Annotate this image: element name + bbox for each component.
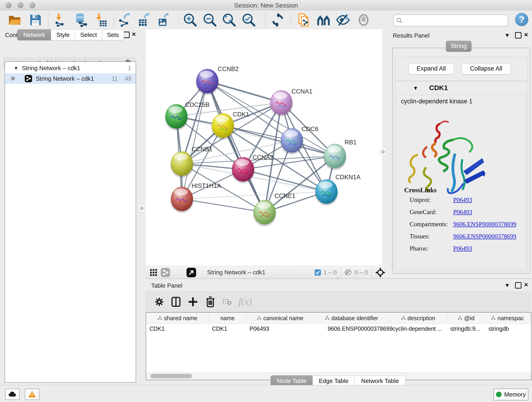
- table-cell[interactable]: cyclin-dependent ...: [389, 324, 447, 334]
- save-session-icon[interactable]: [29, 13, 42, 27]
- memory-button[interactable]: Memory: [494, 389, 528, 400]
- open-in-window-icon[interactable]: [186, 268, 196, 277]
- hidden-eye-icon[interactable]: [344, 269, 352, 276]
- column-header-description[interactable]: description: [389, 313, 447, 324]
- node-label: RB1: [345, 139, 357, 146]
- network-node-CCNE1[interactable]: [253, 200, 276, 226]
- network-node-count: 11: [112, 73, 118, 84]
- network-node-CCNA2[interactable]: [232, 157, 254, 183]
- left-splitter[interactable]: [141, 29, 146, 385]
- network-overview-icon[interactable]: [317, 13, 331, 27]
- crosslink-link[interactable]: 9606.ENSP00000378699: [453, 221, 516, 228]
- export-network-icon[interactable]: [118, 13, 132, 27]
- column-header-namespac[interactable]: namespac: [485, 313, 530, 324]
- column-header-canonical-name[interactable]: canonical name: [246, 313, 314, 324]
- birds-eye-view-icon[interactable]: [375, 268, 385, 278]
- hidden-counts: 0 – 0: [355, 269, 368, 276]
- network-view-icon[interactable]: [161, 268, 170, 277]
- network-label: String Network – cdk1: [36, 73, 94, 84]
- tab-network[interactable]: Network: [17, 29, 51, 40]
- splitter-handle[interactable]: [380, 148, 386, 155]
- warning-status-button[interactable]: [25, 389, 39, 400]
- expand-all-button[interactable]: Expand All: [409, 63, 454, 75]
- control-panel-float-icon[interactable]: [123, 32, 130, 38]
- open-session-icon[interactable]: [8, 13, 22, 27]
- show-graphics-icon[interactable]: [357, 13, 370, 27]
- table-cell[interactable]: CDK1: [209, 324, 246, 334]
- tab-node-table[interactable]: Node Table: [271, 375, 313, 386]
- duplicate-network-icon[interactable]: [297, 13, 311, 27]
- export-image-icon[interactable]: [157, 13, 171, 27]
- gene-disclosure-icon[interactable]: ▼: [413, 85, 418, 91]
- crosslink-label: Compartments:: [410, 221, 453, 228]
- hscrollbar-thumb[interactable]: [150, 374, 192, 378]
- results-panel-float-icon[interactable]: [515, 32, 521, 38]
- tab-sets[interactable]: Sets: [102, 29, 124, 40]
- network-node-CDK1[interactable]: [211, 114, 234, 140]
- network-node-CCNA1[interactable]: [270, 90, 293, 116]
- results-panel-collapse-icon[interactable]: ▼: [505, 32, 510, 38]
- tab-network-table[interactable]: Network Table: [355, 375, 405, 386]
- crosslink-link[interactable]: P06493: [453, 245, 472, 252]
- disclosure-triangle-icon[interactable]: ▼: [14, 63, 18, 73]
- collapse-all-button[interactable]: Collapse All: [462, 63, 511, 75]
- table-panel-float-icon[interactable]: [515, 282, 521, 288]
- zoom-fit-icon[interactable]: [222, 12, 237, 27]
- results-panel-close-icon[interactable]: ✕: [524, 32, 528, 38]
- column-header-name[interactable]: name: [209, 313, 247, 324]
- crosslink-link[interactable]: 9606.ENSP00000378699: [453, 233, 516, 240]
- network-node-CDKN1A[interactable]: [315, 179, 338, 206]
- table-cell[interactable]: CDK1: [146, 324, 209, 334]
- protein-structure-image[interactable]: [403, 111, 490, 198]
- network-node-CDC6[interactable]: [280, 128, 303, 154]
- column-header-shared-name[interactable]: shared name: [146, 313, 209, 324]
- import-network-file-icon[interactable]: [54, 13, 68, 27]
- tab-edge-table[interactable]: Edge Table: [312, 375, 355, 386]
- table-cell[interactable]: stringdb:9...: [447, 324, 485, 334]
- selected-checkbox-icon[interactable]: [314, 269, 321, 276]
- refresh-icon[interactable]: [271, 13, 285, 27]
- delete-table-icon: [222, 298, 232, 306]
- tab-select[interactable]: Select: [75, 29, 102, 40]
- import-table-icon[interactable]: [94, 13, 108, 27]
- network-collection-row[interactable]: ▼ String Network – cdk1 1: [5, 63, 136, 73]
- network-node-CDC25B[interactable]: [165, 104, 188, 130]
- tab-style[interactable]: Style: [51, 29, 75, 40]
- grid-view-icon[interactable]: [149, 268, 158, 277]
- network-row[interactable]: String Network – cdk1 11 48: [5, 73, 136, 84]
- table-gear-icon[interactable]: [154, 297, 164, 307]
- crosslink-link[interactable]: P06493: [453, 196, 472, 204]
- column-label: shared name: [164, 315, 197, 322]
- table-cell[interactable]: P06493: [246, 324, 314, 334]
- table-cell[interactable]: 9606.ENSP00000378699: [314, 324, 389, 334]
- delete-column-icon[interactable]: [205, 296, 215, 308]
- network-node-HIST1H1A[interactable]: [171, 187, 193, 213]
- export-table-icon[interactable]: [138, 13, 152, 27]
- table-panel-close-icon[interactable]: ✕: [524, 282, 528, 288]
- zoom-in-icon[interactable]: [183, 12, 198, 27]
- search-input[interactable]: [404, 16, 506, 25]
- table-cell[interactable]: stringdb: [485, 324, 530, 334]
- add-column-icon[interactable]: [188, 296, 198, 307]
- network-canvas[interactable]: CCNB2CCNA1CDC25BCDK1CDC6RB1CCNB1CCNA2CDK…: [146, 29, 382, 266]
- splitter-handle[interactable]: [139, 205, 145, 212]
- zoom-out-icon[interactable]: [202, 12, 217, 27]
- tab-string[interactable]: String: [446, 41, 472, 52]
- import-network-database-icon[interactable]: [74, 13, 88, 27]
- show-columns-icon[interactable]: [171, 296, 181, 307]
- table-panel-collapse-icon[interactable]: ▼: [505, 282, 510, 288]
- column-label: name: [220, 315, 235, 322]
- control-panel-close-icon[interactable]: ✕: [132, 31, 136, 38]
- help-icon[interactable]: ?: [515, 13, 528, 26]
- zoom-selected-icon[interactable]: [241, 12, 256, 27]
- network-node-CCNB1[interactable]: [171, 152, 193, 178]
- crosslink-link[interactable]: P06493: [453, 209, 472, 216]
- column-header-database-identifier[interactable]: database identifier: [314, 313, 389, 324]
- cloud-status-button[interactable]: [5, 389, 20, 400]
- column-header--id[interactable]: @id: [447, 313, 486, 324]
- hide-graphics-icon[interactable]: [336, 13, 350, 27]
- network-node-CCNB2[interactable]: [196, 69, 219, 95]
- network-node-RB1[interactable]: [323, 144, 346, 170]
- right-splitter[interactable]: [382, 29, 390, 279]
- shared-column-icon: [401, 316, 406, 320]
